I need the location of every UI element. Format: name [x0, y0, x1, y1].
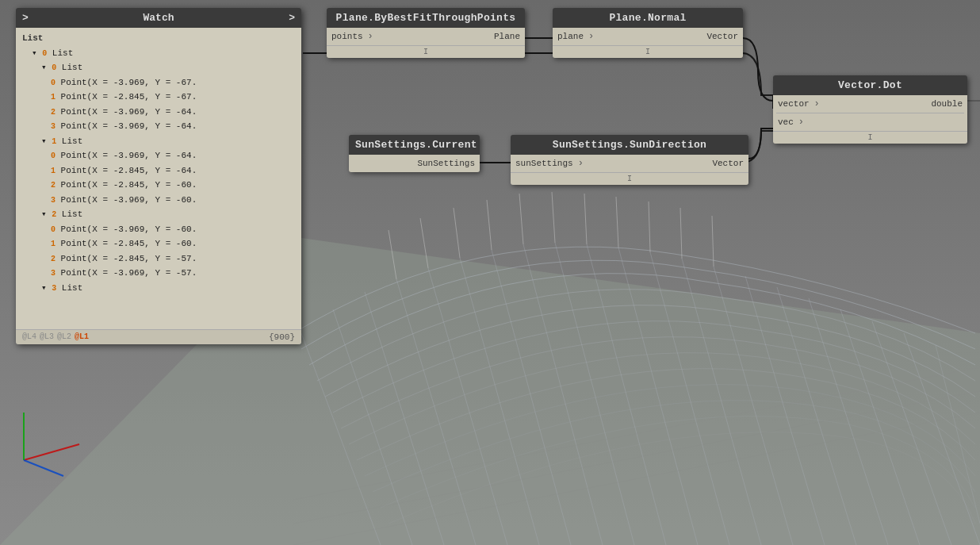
- plane-output-label: Plane: [494, 32, 520, 41]
- sun-settings-arrow: ›: [578, 158, 584, 169]
- sun-direction-node: SunSettings.SunDirection sunSettings › V…: [511, 135, 748, 185]
- plane-normal-node: Plane.Normal plane › Vector I: [553, 8, 743, 58]
- plane-best-fit-footer: I: [327, 45, 525, 58]
- plane-normal-header: Plane.Normal: [553, 8, 743, 28]
- vector-dot-title: Vector.Dot: [838, 79, 902, 91]
- layer-l3: @L3: [40, 332, 54, 342]
- watch-arrow-right[interactable]: >: [289, 12, 295, 24]
- layer-l2: @L2: [57, 332, 71, 342]
- sun-direction-body: sunSettings › Vector: [511, 155, 748, 172]
- watch-header: > Watch >: [16, 8, 301, 28]
- layer-l1: @L1: [75, 332, 89, 342]
- sun-vector-output-label: Vector: [712, 159, 744, 168]
- sun-settings-current-node: SunSettings.Current SunSettings: [349, 135, 480, 172]
- plane-normal-row: plane › Vector: [553, 28, 743, 45]
- sun-settings-current-title: SunSettings.Current: [355, 139, 477, 151]
- tree-3-list: ▾ 3 List: [22, 281, 295, 296]
- vector-arrow: ›: [814, 98, 820, 109]
- list-item: 2 Point(X = -2.845, Y = -60.: [22, 178, 295, 193]
- watch-title: Watch: [143, 12, 174, 24]
- plane-arrow: ›: [588, 31, 594, 42]
- plane-best-fit-body: points › Plane: [327, 28, 525, 45]
- tree-1-list: ▾ 1 List: [22, 134, 295, 149]
- tree-0-list: ▾ 0 List: [22, 46, 295, 61]
- plane-label: plane: [557, 32, 584, 41]
- sun-settings-current-body: SunSettings: [349, 155, 480, 172]
- sun-direction-row: sunSettings › Vector: [511, 155, 748, 172]
- watch-node: > Watch > List ▾ 0 List ▾ 0 List 0 Point…: [16, 8, 301, 344]
- plane-normal-body: plane › Vector: [553, 28, 743, 45]
- points-arrow: ›: [368, 31, 373, 42]
- sun-direction-footer: I: [511, 172, 748, 185]
- vec-port: vec ›: [778, 117, 806, 128]
- layer-tags: @L4 @L3 @L2 @L1: [22, 332, 89, 342]
- tree-0-0-list: ▾ 0 List: [22, 60, 295, 75]
- plane-best-fit-title: Plane.ByBestFitThroughPoints: [336, 12, 516, 24]
- plane-normal-footer: I: [553, 45, 743, 58]
- vec-label: vec: [778, 117, 794, 127]
- points-port: points ›: [331, 31, 376, 42]
- list-item: 2 Point(X = -3.969, Y = -64.: [22, 105, 295, 120]
- plane-best-fit-header: Plane.ByBestFitThroughPoints: [327, 8, 525, 28]
- vec-row: vec ›: [773, 113, 967, 131]
- list-item: 2 Point(X = -2.845, Y = -57.: [22, 251, 295, 267]
- sun-direction-title: SunSettings.SunDirection: [553, 139, 706, 151]
- sun-settings-current-header: SunSettings.Current: [349, 135, 480, 155]
- double-output-label: double: [931, 99, 963, 109]
- list-item: 1 Point(X = -2.845, Y = -60.: [22, 236, 295, 251]
- sun-direction-header: SunSettings.SunDirection: [511, 135, 748, 155]
- list-item: 3 Point(X = -3.969, Y = -60.: [22, 193, 295, 208]
- vector-row: vector › double: [773, 95, 967, 113]
- tree-2-list: ▾ 2 List: [22, 207, 295, 222]
- sun-settings-output-label: SunSettings: [417, 159, 475, 168]
- vector-output-label: Vector: [706, 32, 738, 41]
- sun-settings-port: sunSettings ›: [515, 158, 586, 169]
- vector-port: vector ›: [778, 98, 822, 109]
- watch-footer: @L4 @L3 @L2 @L1 {900}: [16, 329, 301, 344]
- list-item: 1 Point(X = -2.845, Y = -67.: [22, 90, 295, 105]
- list-item: 0 Point(X = -3.969, Y = -60.: [22, 222, 295, 237]
- plane-port: plane ›: [557, 31, 596, 42]
- plane-best-fit-node: Plane.ByBestFitThroughPoints points › Pl…: [327, 8, 525, 58]
- vec-arrow: ›: [798, 117, 804, 128]
- list-item: 0 Point(X = -3.969, Y = -67.: [22, 75, 295, 90]
- points-label: points: [331, 32, 363, 41]
- tree-list-root: List: [22, 31, 295, 46]
- vector-label: vector: [778, 99, 810, 109]
- watch-arrow-left[interactable]: >: [22, 12, 29, 24]
- vector-dot-node: Vector.Dot vector › double vec › I: [773, 75, 967, 144]
- list-item: 0 Point(X = -3.969, Y = -64.: [22, 148, 295, 163]
- plane-best-fit-row: points › Plane: [327, 28, 525, 45]
- vector-dot-body: vector › double vec ›: [773, 95, 967, 131]
- list-item: 1 Point(X = -2.845, Y = -64.: [22, 163, 295, 178]
- sun-settings-input-label: sunSettings: [515, 159, 573, 168]
- list-item: 3 Point(X = -3.969, Y = -64.: [22, 119, 295, 134]
- vector-dot-footer: I: [773, 131, 967, 144]
- watch-body: List ▾ 0 List ▾ 0 List 0 Point(X = -3.96…: [16, 28, 301, 329]
- watch-count: {900}: [269, 332, 295, 342]
- list-item: 3 Point(X = -3.969, Y = -57.: [22, 266, 295, 281]
- layer-l4: @L4: [22, 332, 36, 342]
- vector-dot-header: Vector.Dot: [773, 75, 967, 95]
- sun-settings-output-row: SunSettings: [349, 155, 480, 172]
- plane-normal-title: Plane.Normal: [609, 12, 686, 24]
